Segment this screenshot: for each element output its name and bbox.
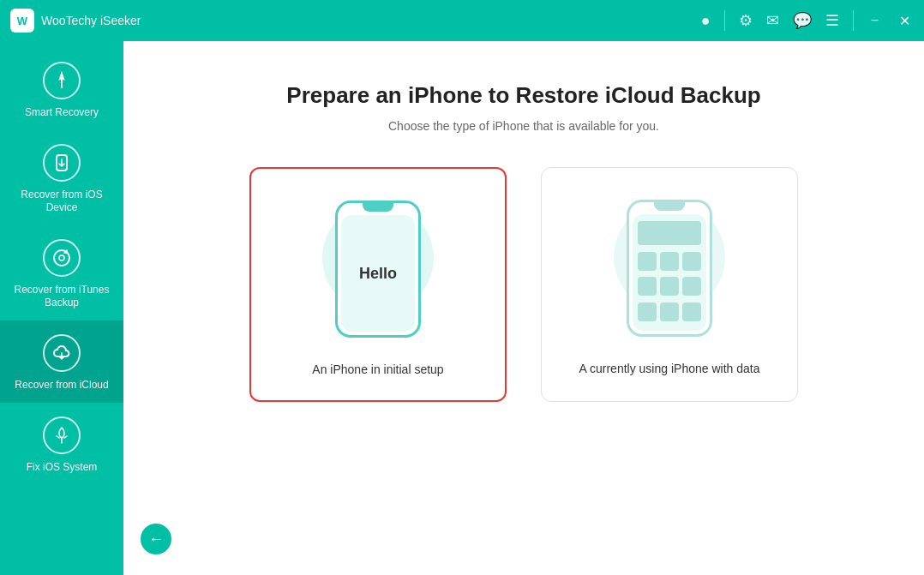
chat-icon[interactable]: 💬 <box>793 11 812 30</box>
recover-itunes-icon <box>43 239 81 277</box>
svg-point-2 <box>59 255 64 261</box>
settings-icon[interactable]: ⚙ <box>739 11 753 30</box>
sidebar-item-smart-recovery[interactable]: Smart Recovery <box>0 48 123 130</box>
data-block-wide-1 <box>638 221 701 245</box>
phone-screen-data <box>633 214 706 331</box>
cards-row: Hello An iPhone in initial setup <box>198 167 849 402</box>
recover-icloud-icon <box>43 334 81 372</box>
card-current-iphone[interactable]: A currently using iPhone with data <box>541 167 798 402</box>
phone-screen-initial: Hello <box>341 215 415 332</box>
back-arrow-icon: ← <box>148 530 164 548</box>
sidebar-item-recover-icloud[interactable]: Recover from iCloud <box>0 320 123 403</box>
phone-notch-data <box>654 202 685 211</box>
data-block-sq-6 <box>682 277 701 296</box>
sidebar-label-recover-icloud: Recover from iCloud <box>15 379 108 392</box>
data-row-2 <box>638 252 701 274</box>
sidebar-item-recover-itunes[interactable]: Recover from iTunes Backup <box>0 225 123 320</box>
sidebar-item-fix-ios[interactable]: Fix iOS System <box>0 403 123 485</box>
phone-shell-initial: Hello <box>335 201 421 338</box>
phone-notch-initial <box>363 203 393 212</box>
fix-ios-icon <box>43 416 81 454</box>
logo-text: W <box>17 15 27 27</box>
minimize-button[interactable]: − <box>867 13 882 28</box>
title-bar-left: W WooTechy iSeeker <box>10 9 141 33</box>
app-logo: W <box>10 9 34 33</box>
card-initial-setup[interactable]: Hello An iPhone in initial setup <box>249 167 507 402</box>
phone-shell-data <box>627 200 712 337</box>
content-area: Prepare an iPhone to Restore iCloud Back… <box>123 41 924 575</box>
sidebar-label-recover-itunes: Recover from iTunes Backup <box>7 284 117 310</box>
sidebar-label-smart-recovery: Smart Recovery <box>25 106 99 120</box>
app-title: WooTechy iSeeker <box>41 14 141 27</box>
page-subtitle: Choose the type of iPhone that is availa… <box>388 119 659 133</box>
phone-hello-text: Hello <box>359 265 397 283</box>
mail-icon[interactable]: ✉ <box>766 11 779 30</box>
card-current-label: A currently using iPhone with data <box>579 362 760 375</box>
data-block-sq-2 <box>660 252 679 271</box>
data-block-sq-7 <box>638 302 657 321</box>
card-initial-label: An iPhone in initial setup <box>312 362 443 376</box>
title-bar-right: ● ⚙ ✉ 💬 ☰ − ✕ <box>701 10 914 31</box>
sidebar: Smart Recovery Recover from iOS Device R… <box>0 41 123 575</box>
recover-ios-icon <box>43 144 81 182</box>
back-button[interactable]: ← <box>141 524 171 554</box>
smart-recovery-icon <box>43 62 81 99</box>
sidebar-label-recover-ios: Recover from iOS Device <box>7 189 117 215</box>
page-title: Prepare an iPhone to Restore iCloud Back… <box>286 82 760 109</box>
divider2 <box>853 10 854 31</box>
sidebar-item-recover-ios[interactable]: Recover from iOS Device <box>0 130 123 225</box>
data-block-sq-1 <box>638 252 657 271</box>
data-block-sq-4 <box>638 277 657 296</box>
data-row-1 <box>638 221 701 249</box>
phone-data-illustration <box>609 195 729 341</box>
phone-initial-illustration: Hello <box>318 196 438 342</box>
data-block-sq-8 <box>660 302 679 321</box>
data-block-sq-9 <box>682 302 701 321</box>
close-button[interactable]: ✕ <box>896 13 914 29</box>
data-block-sq-3 <box>682 252 701 271</box>
account-icon[interactable]: ● <box>701 12 711 30</box>
menu-icon[interactable]: ☰ <box>825 11 839 30</box>
data-row-3 <box>638 277 701 299</box>
title-bar: W WooTechy iSeeker ● ⚙ ✉ 💬 ☰ − ✕ <box>0 0 924 41</box>
divider <box>724 10 725 31</box>
data-block-sq-5 <box>660 277 679 296</box>
sidebar-label-fix-ios: Fix iOS System <box>27 461 98 475</box>
main-layout: Smart Recovery Recover from iOS Device R… <box>0 41 924 575</box>
data-row-4 <box>638 302 701 325</box>
